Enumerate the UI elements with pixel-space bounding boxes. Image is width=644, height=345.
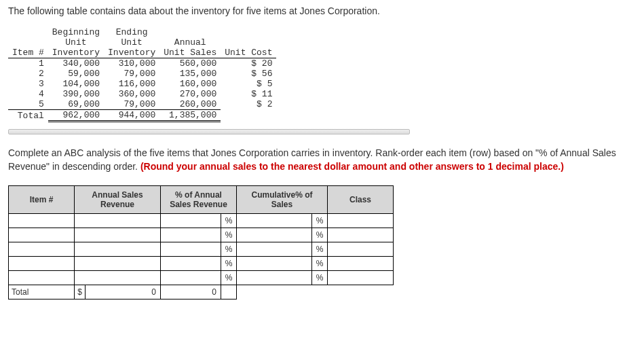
abc-total-label: Total <box>9 285 75 299</box>
abc-pct-input[interactable] <box>161 271 221 285</box>
item-3: 3 <box>8 79 48 89</box>
abc-col-pct: % of Annual Sales Revenue <box>161 186 237 214</box>
dollar-symbol: $ <box>75 285 86 299</box>
abc-total-pct: 0 <box>161 285 221 299</box>
abc-total-row: Total $ 0 0 <box>9 285 394 299</box>
abc-rev-input[interactable] <box>75 214 160 228</box>
abc-row: % % <box>9 257 394 271</box>
col-cost: Unit Cost <box>221 48 276 58</box>
abc-class-input[interactable] <box>328 271 393 285</box>
abc-col-item: Item # <box>9 186 75 214</box>
abc-col-rev: Annual Sales Revenue <box>75 186 161 214</box>
abc-class-input[interactable] <box>328 257 393 270</box>
abc-col-cum: Cumulative% of Sales <box>237 186 328 214</box>
abc-pct-input[interactable] <box>161 228 221 242</box>
col-end-l1: Ending <box>104 27 159 37</box>
abc-pct-input[interactable] <box>161 242 221 256</box>
abc-row: % % <box>9 228 394 242</box>
abc-rev-input[interactable] <box>75 242 160 256</box>
abc-item-input[interactable] <box>9 271 74 285</box>
pct-symbol: % <box>221 214 237 228</box>
abc-item-input[interactable] <box>9 257 74 270</box>
abc-item-input[interactable] <box>9 228 74 242</box>
abc-cum-input[interactable] <box>237 242 311 256</box>
abc-total-rev: 0 <box>86 285 161 299</box>
item-5: 5 <box>8 99 48 110</box>
abc-analysis-table: Item # Annual Sales Revenue % of Annual … <box>8 185 394 299</box>
col-begin-l3: Inventory <box>48 48 104 58</box>
abc-rev-input[interactable] <box>75 228 160 242</box>
col-begin-l1: Beginning <box>48 27 104 37</box>
abc-rev-input[interactable] <box>75 271 160 285</box>
divider <box>8 129 410 134</box>
item-4: 4 <box>8 89 48 99</box>
abc-col-class: Class <box>328 186 394 214</box>
total-label: Total <box>8 110 48 122</box>
abc-cum-input[interactable] <box>237 228 311 242</box>
abc-item-input[interactable] <box>9 214 74 228</box>
col-item: Item # <box>8 48 48 58</box>
abc-row: % % <box>9 242 394 257</box>
abc-item-input[interactable] <box>9 242 74 256</box>
instructions: Complete an ABC analysis of the five ite… <box>8 147 636 173</box>
abc-row: % % <box>9 271 394 285</box>
total-end: 944,000 <box>104 110 159 122</box>
intro-text: The following table contains data about … <box>8 5 636 16</box>
abc-cum-input[interactable] <box>237 214 311 228</box>
abc-cum-input[interactable] <box>237 271 311 285</box>
abc-class-input[interactable] <box>328 228 393 242</box>
col-end-l2: Unit <box>104 37 159 48</box>
col-end-l3: Inventory <box>104 48 159 58</box>
abc-row: % % <box>9 214 394 228</box>
abc-class-input[interactable] <box>328 242 393 256</box>
total-sales: 1,385,000 <box>159 110 221 122</box>
col-begin-l2: Unit <box>48 37 104 48</box>
item-2: 2 <box>8 69 48 79</box>
abc-pct-input[interactable] <box>161 257 221 270</box>
abc-pct-input[interactable] <box>161 214 221 228</box>
total-begin: 962,000 <box>48 110 104 122</box>
inventory-data-table: Beginning Ending Unit Unit Annual Item #… <box>8 27 276 122</box>
abc-class-input[interactable] <box>328 214 393 228</box>
col-ann-l2: Unit Sales <box>159 48 221 58</box>
pct-symbol: % <box>312 214 328 228</box>
abc-rev-input[interactable] <box>75 257 160 270</box>
col-ann-l1: Annual <box>159 37 221 48</box>
abc-cum-input[interactable] <box>237 257 311 270</box>
item-1: 1 <box>8 58 48 69</box>
